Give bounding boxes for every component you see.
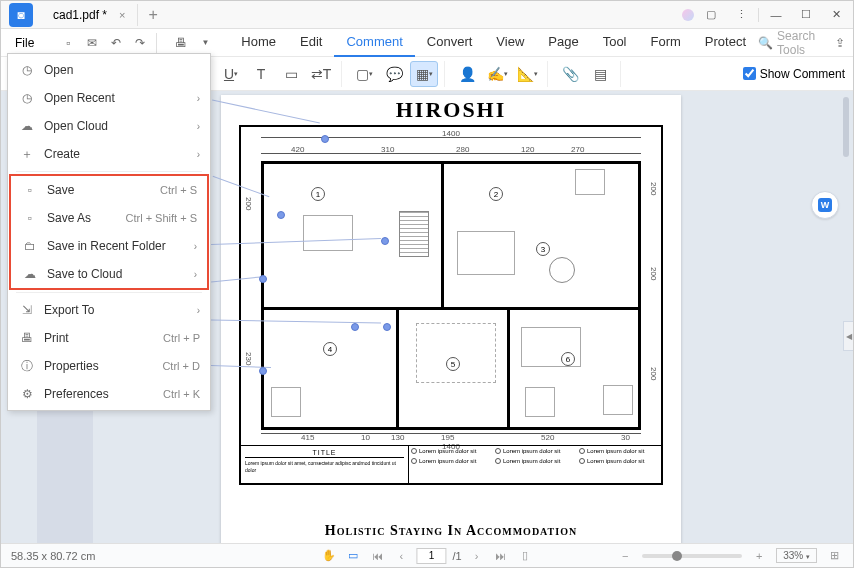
menu-export-to[interactable]: ⇲Export To›: [8, 296, 210, 324]
saveas-icon: ▫: [21, 209, 39, 227]
tab-form[interactable]: Form: [639, 28, 693, 57]
text-tool-icon[interactable]: T: [247, 61, 275, 87]
mail-icon[interactable]: ✉: [82, 33, 102, 53]
first-page-button[interactable]: ⏮: [368, 547, 386, 565]
comment-anchor[interactable]: [321, 135, 329, 143]
menu-separator: [16, 171, 202, 172]
folder-icon: 🗀: [21, 237, 39, 255]
tab-convert[interactable]: Convert: [415, 28, 485, 57]
next-page-button[interactable]: ›: [468, 547, 486, 565]
scroll-mode-icon[interactable]: ▯: [516, 547, 534, 565]
zoom-percent[interactable]: 33% ▾: [776, 548, 817, 563]
gear-icon: ⚙: [18, 385, 36, 403]
comment-anchor[interactable]: [259, 275, 267, 283]
tab-view[interactable]: View: [484, 28, 536, 57]
fit-page-icon[interactable]: ⊞: [825, 547, 843, 565]
menu-print[interactable]: 🖶PrintCtrl + P: [8, 324, 210, 352]
stamp-icon[interactable]: 👤: [453, 61, 481, 87]
menu-open-recent[interactable]: ◷Open Recent›: [8, 84, 210, 112]
menu-separator: [16, 292, 202, 293]
signature-icon[interactable]: ✍▾: [483, 61, 511, 87]
word-export-icon[interactable]: W: [811, 191, 839, 219]
comment-anchor[interactable]: [351, 323, 359, 331]
new-tab-button[interactable]: +: [138, 6, 167, 24]
export-icon: ⇲: [18, 301, 36, 319]
app-icon: ◙: [9, 3, 33, 27]
measure-icon[interactable]: 📐▾: [513, 61, 541, 87]
page-number-input[interactable]: [416, 548, 446, 564]
tab-page[interactable]: Page: [536, 28, 590, 57]
dropdown-icon[interactable]: ▼: [195, 33, 215, 53]
tab-close-button[interactable]: ×: [119, 9, 125, 21]
tab-protect[interactable]: Protect: [693, 28, 758, 57]
page-total: /1: [452, 550, 461, 562]
comment-anchor[interactable]: [381, 237, 389, 245]
menu-save-to-cloud[interactable]: ☁Save to Cloud›: [11, 260, 207, 288]
file-dropdown-menu: ◷Open ◷Open Recent› ☁Open Cloud› ＋Create…: [7, 53, 211, 411]
menu-tabs: Home Edit Comment Convert View Page Tool…: [229, 28, 758, 57]
document-title: HIROSHI: [221, 95, 681, 129]
comment-anchor[interactable]: [277, 211, 285, 219]
zoom-slider[interactable]: [642, 554, 742, 558]
more-icon[interactable]: ⋮: [728, 5, 754, 25]
document-page: HIROSHI 1400 420 310 280 120 270 1 2 3 4: [221, 95, 681, 543]
menu-properties[interactable]: ⓘPropertiesCtrl + D: [8, 352, 210, 380]
comment-anchor[interactable]: [383, 323, 391, 331]
chevron-right-icon: ›: [197, 149, 200, 160]
menu-create[interactable]: ＋Create›: [8, 140, 210, 168]
search-tools[interactable]: 🔍 Search Tools: [758, 29, 828, 57]
note-tool-icon[interactable]: 💬: [380, 61, 408, 87]
chevron-right-icon: ›: [197, 93, 200, 104]
close-button[interactable]: ✕: [823, 5, 849, 25]
expand-rail-button[interactable]: ◀: [843, 321, 853, 351]
vertical-scrollbar[interactable]: [843, 97, 849, 157]
comment-anchor[interactable]: [259, 367, 267, 375]
note-icon[interactable]: ▢: [698, 5, 724, 25]
menu-open-cloud[interactable]: ☁Open Cloud›: [8, 112, 210, 140]
chevron-right-icon: ›: [197, 121, 200, 132]
share-icon[interactable]: ⇪: [832, 33, 848, 53]
highlight-area-icon[interactable]: ▦▾: [410, 61, 438, 87]
undo-icon[interactable]: ↶: [106, 33, 126, 53]
comments-panel-icon[interactable]: ▤: [586, 61, 614, 87]
tab-home[interactable]: Home: [229, 28, 288, 57]
attachment-icon[interactable]: 📎: [556, 61, 584, 87]
show-comment-checkbox[interactable]: Show Comment: [743, 67, 845, 81]
redo-icon[interactable]: ↷: [130, 33, 150, 53]
chevron-right-icon: ›: [194, 241, 197, 252]
zoom-thumb[interactable]: [672, 551, 682, 561]
shape-rect-icon[interactable]: ▢▾: [350, 61, 378, 87]
save-icon: ▫: [21, 181, 39, 199]
textbox-icon[interactable]: ▭: [277, 61, 305, 87]
show-comment-input[interactable]: [743, 67, 756, 80]
save-icon[interactable]: ▫: [58, 33, 78, 53]
hand-tool-icon[interactable]: ✋: [320, 547, 338, 565]
convert-text-icon[interactable]: ⇄T: [307, 61, 335, 87]
tab-comment[interactable]: Comment: [334, 28, 414, 57]
tab-tool[interactable]: Tool: [591, 28, 639, 57]
page-dimensions: 58.35 x 80.72 cm: [11, 550, 95, 562]
select-tool-icon[interactable]: ▭: [344, 547, 362, 565]
print-icon[interactable]: 🖶: [171, 33, 191, 53]
file-menu-button[interactable]: File: [5, 32, 44, 54]
recent-icon: ◷: [18, 89, 36, 107]
document-subtitle: Holistic Staying In Accommodation: [221, 523, 681, 539]
search-icon: 🔍: [758, 36, 773, 50]
maximize-button[interactable]: ☐: [793, 5, 819, 25]
ai-icon[interactable]: [682, 9, 694, 21]
last-page-button[interactable]: ⏭: [492, 547, 510, 565]
titlebar: ◙ cad1.pdf * × + ▢ ⋮ — ☐ ✕: [1, 1, 853, 29]
menu-preferences[interactable]: ⚙PreferencesCtrl + K: [8, 380, 210, 408]
tab-edit[interactable]: Edit: [288, 28, 334, 57]
menu-save-as[interactable]: ▫Save AsCtrl + Shift + S: [11, 204, 207, 232]
cloud-icon: ☁: [18, 117, 36, 135]
menu-save[interactable]: ▫SaveCtrl + S: [11, 176, 207, 204]
menu-open[interactable]: ◷Open: [8, 56, 210, 84]
underline-icon[interactable]: U▾: [217, 61, 245, 87]
minimize-button[interactable]: —: [763, 5, 789, 25]
zoom-out-button[interactable]: −: [616, 547, 634, 565]
prev-page-button[interactable]: ‹: [392, 547, 410, 565]
document-tab[interactable]: cad1.pdf * ×: [41, 4, 138, 26]
menu-save-recent-folder[interactable]: 🗀Save in Recent Folder›: [11, 232, 207, 260]
zoom-in-button[interactable]: +: [750, 547, 768, 565]
